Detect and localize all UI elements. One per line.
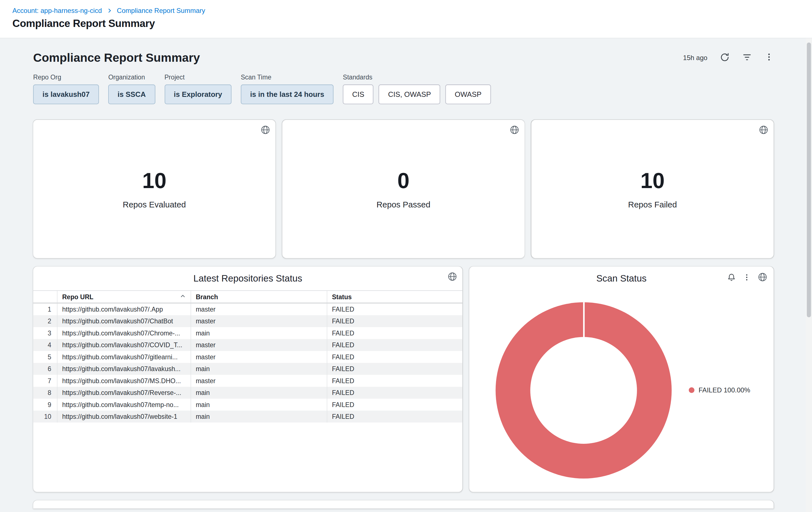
donut-slice-seam [583,302,585,338]
explore-button[interactable] [260,125,270,136]
column-header-label: Branch [196,293,218,300]
scan-status-donut-chart[interactable] [496,302,672,479]
cell-row-number: 5 [33,351,57,363]
kebab-menu-icon [764,53,774,63]
filter-chip-organization[interactable]: is SSCA [108,84,155,104]
breadcrumb-account-link[interactable]: Account: app-harness-ng-cicd [12,7,102,15]
refresh-icon [720,52,730,64]
cell-row-number: 1 [33,303,57,315]
cell-status: FAILED [327,375,462,386]
tile-more-options-button[interactable] [743,273,751,283]
cell-branch: master [191,339,327,351]
legend-failed-label: FAILED 100.00% [699,386,750,394]
table-row[interactable]: 6 https://github.com/lavakush07/lavakush… [33,363,462,375]
cell-branch: main [191,327,327,339]
table-row[interactable]: 3 https://github.com/lavakush07/Chrome-.… [33,327,462,339]
cell-repo-url: https://github.com/lavakush07/.App [57,303,191,315]
scan-status-card: Scan Status FAILED 100.00% [469,266,774,492]
filter-label-organization: Organization [108,74,155,81]
cell-branch: master [191,375,327,386]
cell-row-number: 4 [33,339,57,351]
cell-repo-url: https://github.com/lavakush07/temp-no... [57,399,191,410]
filter-label-project: Project [164,74,231,81]
table-row[interactable]: 8 https://github.com/lavakush07/Reverse-… [33,387,462,399]
cell-repo-url: https://github.com/lavakush07/Chrome-... [57,327,191,339]
stat-value: 0 [397,168,409,193]
chart-legend[interactable]: FAILED 100.00% [689,386,750,394]
stat-card-repos-evaluated: 10 Repos Evaluated [33,120,276,258]
column-header-repo-url[interactable]: Repo URL [57,291,191,303]
cell-status: FAILED [327,363,462,375]
cell-status: FAILED [327,387,462,399]
table-row[interactable]: 7 https://github.com/lavakush07/MS.DHO..… [33,375,462,386]
kebab-menu-icon [743,273,751,283]
cell-branch: master [191,351,327,363]
latest-repositories-card: Latest Repositories Status Repo URL Bran… [33,266,462,492]
stat-card-repos-failed: 10 Repos Failed [531,120,774,258]
cell-repo-url: https://github.com/lavakush07/lavakush..… [57,363,191,375]
filter-chip-standards-owasp[interactable]: OWASP [445,84,491,104]
cell-status: FAILED [327,351,462,363]
filter-chip-standards-cis[interactable]: CIS [343,84,374,104]
cell-row-number: 2 [33,315,57,327]
cell-repo-url: https://github.com/lavakush07/COVID_T... [57,339,191,351]
sort-ascending-icon [180,293,186,301]
refresh-button[interactable] [720,52,730,64]
column-header-status[interactable]: Status [327,291,462,303]
filter-chip-scan-time[interactable]: is in the last 24 hours [241,84,334,104]
cell-status: FAILED [327,399,462,410]
app-window: Account: app-harness-ng-cicd Compliance … [0,0,812,512]
table-row[interactable]: 2 https://github.com/lavakush07/ChatBot … [33,315,462,327]
legend-failed-swatch [689,387,694,393]
filter-group-standards: Standards CIS CIS, OWASP OWASP [343,74,491,104]
filter-chip-repo-org[interactable]: is lavakush07 [33,84,99,104]
filter-chip-standards-cis-owasp[interactable]: CIS, OWASP [379,84,440,104]
cell-status: FAILED [327,303,462,315]
scrollbar[interactable] [806,38,812,512]
cell-branch: master [191,303,327,315]
last-refreshed-label: 15h ago [683,54,707,62]
filter-icon [742,52,752,64]
dashboard-title: Compliance Report Summary [33,51,200,65]
table-row[interactable]: 9 https://github.com/lavakush07/temp-no.… [33,399,462,410]
next-card-partial [33,500,774,509]
column-header-branch[interactable]: Branch [191,291,327,303]
explore-button[interactable] [759,125,768,136]
chevron-right-icon [107,8,112,14]
table-row[interactable]: 10 https://github.com/lavakush07/website… [33,411,462,423]
cell-repo-url: https://github.com/lavakush07/website-1 [57,411,191,423]
globe-icon [759,125,768,136]
dashboard-actions: 15h ago [683,52,774,64]
bell-icon [727,273,736,283]
alerts-button[interactable] [727,273,736,283]
donut-hole [530,337,637,444]
more-options-button[interactable] [764,53,774,63]
cell-row-number: 6 [33,363,57,375]
filter-button[interactable] [742,52,752,64]
breadcrumb: Account: app-harness-ng-cicd Compliance … [12,7,800,15]
explore-button[interactable] [447,272,457,283]
breadcrumb-current-link[interactable]: Compliance Report Summary [117,7,205,15]
row-number-header [33,291,57,303]
cell-row-number: 10 [33,411,57,423]
cell-status: FAILED [327,315,462,327]
column-header-label: Repo URL [62,293,94,300]
table-row[interactable]: 1 https://github.com/lavakush07/.App mas… [33,303,462,315]
filter-label-scan-time: Scan Time [241,74,334,81]
table-row[interactable]: 4 https://github.com/lavakush07/COVID_T.… [33,339,462,351]
globe-icon [510,125,519,136]
filter-chip-project[interactable]: is Exploratory [164,84,231,104]
explore-button[interactable] [758,272,767,284]
filter-group-scan-time: Scan Time is in the last 24 hours [241,74,334,104]
stat-label: Repos Failed [628,200,677,209]
cell-repo-url: https://github.com/lavakush07/ChatBot [57,315,191,327]
globe-icon [260,125,270,136]
cell-status: FAILED [327,339,462,351]
table-row[interactable]: 5 https://github.com/lavakush07/gitlearn… [33,351,462,363]
repositories-table: Repo URL Branch Status 1 https://github.… [33,290,462,423]
explore-button[interactable] [510,125,519,136]
scrollbar-thumb[interactable] [807,43,811,317]
filters-row: Repo Org is lavakush07 Organization is S… [33,74,774,104]
stat-value: 10 [142,168,166,193]
cell-branch: main [191,399,327,410]
